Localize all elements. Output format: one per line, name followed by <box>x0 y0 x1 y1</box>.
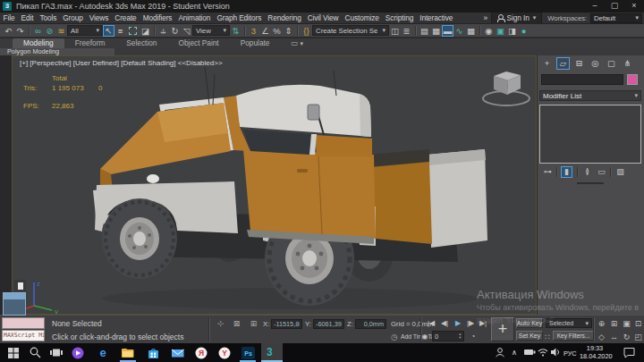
select-by-name-icon[interactable]: ≡ <box>114 25 126 37</box>
menu-edit[interactable]: Edit <box>18 13 37 22</box>
frame-spinner[interactable]: ▴▾ <box>457 332 463 341</box>
taskbar-store-button[interactable] <box>145 345 161 360</box>
layer-manager-icon[interactable]: ▤ <box>419 25 430 37</box>
viewport-layout-flyout-icon[interactable] <box>14 280 26 291</box>
menu-animation[interactable]: Animation <box>175 13 214 22</box>
taskbar-search-button[interactable] <box>27 345 43 360</box>
bind-spacewarp-icon[interactable]: ≋ <box>55 25 67 37</box>
select-and-rotate-icon[interactable]: ↻ <box>169 25 181 37</box>
modifier-stack[interactable] <box>539 105 641 164</box>
menu-overflow-icon[interactable]: » <box>480 13 491 22</box>
named-selection-sets-icon[interactable]: {} <box>301 25 312 37</box>
taskbar-alice-button[interactable] <box>70 345 86 360</box>
zoom-extents-all-icon[interactable]: ⊡ <box>632 319 644 328</box>
utilities-tab-icon[interactable]: ⋔ <box>621 57 634 70</box>
menu-rendering[interactable]: Rendering <box>265 13 304 22</box>
scene-explorer-icon[interactable]: ▦ <box>430 25 442 37</box>
start-button[interactable] <box>5 345 21 360</box>
ribbon-toggle-icon[interactable]: ▬ <box>442 25 453 37</box>
select-and-move-icon[interactable]: ↔↕ <box>157 25 169 37</box>
select-and-manipulate-icon[interactable]: ⇅ <box>230 25 242 37</box>
display-tab-icon[interactable]: ▢ <box>605 57 618 70</box>
workspace-dropdown[interactable]: Default ▾ <box>590 13 642 23</box>
next-frame-icon[interactable]: |▶ <box>464 319 477 327</box>
frame-input[interactable] <box>433 332 457 341</box>
y-coordinate-field[interactable] <box>313 319 344 329</box>
previous-frame-icon[interactable]: ◀| <box>438 319 451 327</box>
panel-resize-grip[interactable] <box>577 182 604 184</box>
minimize-button[interactable]: – <box>585 0 605 13</box>
menu-graph-editors[interactable]: Graph Editors <box>214 13 265 22</box>
reference-coordinate-dropdown[interactable]: View ▾ <box>192 25 230 36</box>
go-to-start-icon[interactable]: |◀ <box>425 319 437 327</box>
render-icon[interactable]: ● <box>518 25 530 37</box>
select-object-icon[interactable]: ↖ <box>103 25 114 37</box>
view-cube[interactable] <box>483 72 530 105</box>
select-link-icon[interactable]: ∞ <box>32 25 44 37</box>
key-mode-toggle-icon[interactable]: ◉ <box>419 333 431 341</box>
menu-interactive[interactable]: Interactive <box>417 13 456 22</box>
selection-region-icon[interactable] <box>129 27 137 35</box>
orbit-icon[interactable]: ↻ <box>621 333 632 341</box>
key-filters-button[interactable]: Key Filters... <box>553 331 594 341</box>
mirror-icon[interactable]: ◫ <box>389 25 401 37</box>
active-modifier-icon[interactable]: ▮ <box>561 166 572 178</box>
zoom-all-icon[interactable]: ⊞ <box>608 319 620 328</box>
select-and-scale-icon[interactable]: ◹ <box>181 25 192 37</box>
ribbon-tab-populate[interactable]: Populate <box>230 38 281 48</box>
ribbon-tab-object-paint[interactable]: Object Paint <box>167 38 229 48</box>
percent-snap-icon[interactable]: % <box>271 25 283 37</box>
taskbar-photoshop-button[interactable]: Ps <box>240 345 256 360</box>
menu-tools[interactable]: Tools <box>37 13 60 22</box>
sign-in-button[interactable]: Sign In ▾ <box>491 13 543 24</box>
field-of-view-icon[interactable]: ◇ <box>596 333 607 341</box>
play-icon[interactable]: ▶ <box>452 319 464 327</box>
hierarchy-tab-icon[interactable]: ⊟ <box>572 57 586 70</box>
polygon-modeling-panel[interactable]: Polygon Modeling <box>0 48 114 55</box>
set-key-button[interactable]: Set Key <box>516 331 543 341</box>
menu-customize[interactable]: Customize <box>342 13 382 22</box>
menu-file[interactable]: File <box>0 13 18 22</box>
modify-tab-icon[interactable]: ▱ <box>556 57 570 70</box>
tray-wifi-icon[interactable] <box>538 347 548 358</box>
default-tangent-icon[interactable]: ◔ <box>467 333 479 341</box>
maxscript-listener-white[interactable]: MAXScript Mi <box>2 330 45 341</box>
menu-modifiers[interactable]: Modifiers <box>140 13 175 22</box>
tray-clock[interactable]: 19:33 18.04.2020 <box>580 345 610 360</box>
close-button[interactable]: × <box>624 0 644 13</box>
window-crossing-icon[interactable]: ◪ <box>140 25 151 37</box>
maxscript-listener-pink[interactable] <box>2 317 45 329</box>
current-frame-field[interactable]: ▴▾ <box>432 331 464 341</box>
redo-icon[interactable]: ↷ <box>14 25 26 37</box>
viewport-label[interactable]: [+] [Perspective] [User Defined] [Defaul… <box>20 59 223 67</box>
taskbar-mail-button[interactable] <box>170 345 186 360</box>
tray-battery-icon[interactable] <box>524 347 536 358</box>
object-name-field[interactable] <box>541 74 623 85</box>
undo-icon[interactable]: ↶ <box>3 25 14 37</box>
viewport-layout-tab[interactable] <box>3 292 26 316</box>
taskbar-edge-button[interactable]: e <box>95 345 111 360</box>
render-setup-icon[interactable]: ▣ <box>495 25 506 37</box>
remove-modifier-icon[interactable]: ▭ <box>596 166 607 178</box>
tray-action-center-icon[interactable] <box>623 347 636 358</box>
isolate-selection-icon[interactable]: ⊹ <box>215 319 226 328</box>
taskbar-yandex-button[interactable]: Y <box>216 345 233 360</box>
menu-scripting[interactable]: Scripting <box>382 13 416 22</box>
snaps-toggle-icon[interactable]: 3 <box>248 25 259 37</box>
viewport-3d-canvas[interactable]: z x y <box>13 56 536 314</box>
maximize-button[interactable]: ▢ <box>605 0 624 13</box>
taskbar-3dsmax-button[interactable]: 3 <box>261 343 283 362</box>
ribbon-tab-freeform[interactable]: Freeform <box>64 38 116 48</box>
motion-tab-icon[interactable]: ◎ <box>589 57 602 70</box>
angle-snap-icon[interactable]: ∠ <box>259 25 271 37</box>
align-icon[interactable]: ≣ <box>401 25 412 37</box>
named-selection-dropdown[interactable]: Create Selection Se ▾ <box>312 25 389 36</box>
perspective-viewport[interactable]: z x y [+] [Perspective] [User Defined] [… <box>12 55 537 315</box>
tray-language-indicator[interactable]: РУС <box>564 349 577 358</box>
z-coordinate-field[interactable] <box>355 319 386 329</box>
key-filter-icon[interactable]: ∷ <box>543 333 552 341</box>
zoom-extents-icon[interactable]: ▣ <box>621 319 632 328</box>
menu-create[interactable]: Create <box>112 13 140 22</box>
schematic-view-icon[interactable]: ▦ <box>465 25 477 37</box>
menu-civil-view[interactable]: Civil View <box>304 13 342 22</box>
